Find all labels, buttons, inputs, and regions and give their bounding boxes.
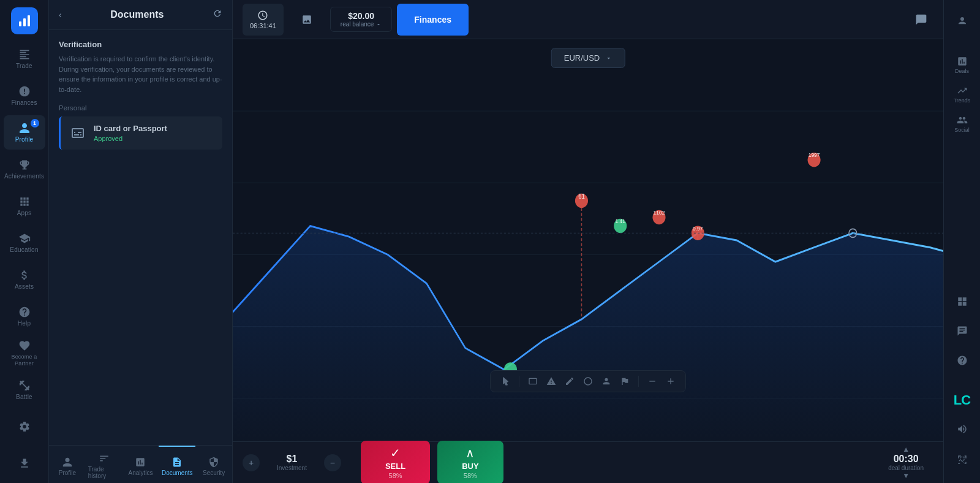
svg-point-24 xyxy=(584,378,592,385)
triangle-tool[interactable] xyxy=(546,376,556,386)
help-button[interactable] xyxy=(949,347,976,374)
doc-status: Approved xyxy=(94,135,167,142)
id-passport-item[interactable]: ID card or Passport Approved xyxy=(59,116,222,150)
bottom-nav-documents[interactable]: Documents xyxy=(159,446,195,483)
logo-button[interactable] xyxy=(11,7,38,34)
sidebar-item-settings[interactable] xyxy=(4,409,45,444)
duration-value: 00:30 xyxy=(894,454,919,465)
doc-info: ID card or Passport Approved xyxy=(94,124,167,142)
chart-tools xyxy=(490,370,686,392)
sidebar-item-battle[interactable]: Battle xyxy=(4,373,45,407)
bottom-nav-profile[interactable]: Profile xyxy=(49,446,86,483)
main-area: 06:31:41 $20.00 real balance Finances EU… xyxy=(233,0,943,483)
panel-header: ‹ Documents xyxy=(49,0,232,30)
svg-text:0.97: 0.97 xyxy=(693,225,703,232)
currency-selector[interactable]: EUR/USD xyxy=(551,48,625,68)
tool-separator-1 xyxy=(519,376,519,387)
sidebar-top: Trade Finances 1 Profile Achievements Ap… xyxy=(0,7,48,407)
sidebar-deals[interactable]: Deals xyxy=(949,51,976,78)
user-avatar[interactable] xyxy=(949,7,976,34)
image-button[interactable] xyxy=(288,4,325,36)
sidebar-label-apps: Apps xyxy=(17,210,32,216)
right-sidebar: Deals Trends Social LC xyxy=(943,0,980,483)
refresh-button[interactable] xyxy=(213,9,222,21)
sidebar-item-education[interactable]: Education xyxy=(4,226,45,260)
sell-label: SELL xyxy=(385,462,405,471)
sidebar-label-education: Education xyxy=(10,246,38,253)
messages-button[interactable] xyxy=(949,318,976,344)
balance-button[interactable]: $20.00 real balance xyxy=(330,7,392,32)
sidebar-item-download[interactable] xyxy=(4,446,45,481)
cursor-tool[interactable] xyxy=(500,376,510,386)
balance-amount: $20.00 xyxy=(341,11,382,21)
investment-amount: $1 xyxy=(287,454,298,465)
bottom-nav-trade-history[interactable]: Trade history xyxy=(86,446,123,483)
investment-increase-button[interactable]: − xyxy=(324,454,341,471)
buy-label: BUY xyxy=(462,462,478,471)
sidebar-item-help[interactable]: Help xyxy=(4,299,45,333)
id-card-icon xyxy=(69,124,86,142)
zoom-out-tool[interactable] xyxy=(647,376,657,386)
svg-text:1.41: 1.41 xyxy=(616,218,625,224)
sell-button[interactable]: ✓ SELL 58% xyxy=(361,441,430,483)
sidebar-label-battle: Battle xyxy=(16,394,32,400)
sell-percentage: 58% xyxy=(389,472,402,479)
personal-section-label: Personal xyxy=(59,104,222,112)
balance-label: real balance xyxy=(341,21,382,28)
circle-tool[interactable] xyxy=(583,376,593,386)
sidebar-trends[interactable]: Trends xyxy=(949,81,976,108)
sidebar-item-trade[interactable]: Trade xyxy=(4,42,45,76)
sidebar-label-partner: Become aPartner xyxy=(11,354,37,367)
sidebar-item-apps[interactable]: Apps xyxy=(4,189,45,223)
profile-badge: 1 xyxy=(31,119,39,127)
duration-up-button[interactable]: ▲ xyxy=(902,445,910,454)
flag-tool[interactable] xyxy=(620,376,630,386)
svg-point-25 xyxy=(960,17,964,21)
trading-bar: + $1 Investment − ✓ SELL 58% ∧ BUY 58% ▲… xyxy=(233,441,943,483)
rect-tool[interactable] xyxy=(528,376,538,386)
pencil-tool[interactable] xyxy=(565,376,575,386)
documents-panel: ‹ Documents Verification Verification is… xyxy=(49,0,233,483)
top-bar: 06:31:41 $20.00 real balance Finances xyxy=(233,0,943,39)
duration-down-button[interactable]: ▼ xyxy=(902,471,910,480)
sidebar-label-trade: Trade xyxy=(16,63,32,69)
timer-button[interactable]: 06:31:41 xyxy=(243,4,284,36)
svg-text:1997: 1997 xyxy=(809,152,820,159)
social-label: Social xyxy=(954,127,970,133)
person-tool[interactable] xyxy=(601,376,611,386)
sidebar-item-finances[interactable]: Finances xyxy=(4,78,45,113)
sidebar-social[interactable]: Social xyxy=(949,110,976,137)
chart-area: EUR/USD xyxy=(233,39,943,441)
sidebar-item-profile[interactable]: 1 Profile xyxy=(4,115,45,150)
svg-rect-1 xyxy=(23,18,26,26)
bottom-nav-analytics[interactable]: Analytics xyxy=(123,446,159,483)
investment-section: $1 Investment xyxy=(267,454,317,471)
buy-button[interactable]: ∧ BUY 58% xyxy=(437,441,503,483)
layout-button[interactable] xyxy=(949,288,976,315)
panel-title: Documents xyxy=(110,9,164,20)
volume-button[interactable] xyxy=(949,416,976,443)
svg-rect-23 xyxy=(529,378,537,384)
bottom-nav-security[interactable]: Security xyxy=(195,446,232,483)
sell-icon: ✓ xyxy=(390,446,401,460)
tool-separator-2 xyxy=(638,376,639,387)
doc-name: ID card or Passport xyxy=(94,124,167,133)
sidebar-label-achievements: Achievements xyxy=(4,173,44,180)
duration-section: ▲ 00:30 deal duration ▼ xyxy=(878,445,933,480)
investment-decrease-button[interactable]: + xyxy=(243,454,260,471)
currency-pair: EUR/USD xyxy=(564,53,600,63)
sidebar-label-finances: Finances xyxy=(11,99,37,106)
svg-rect-2 xyxy=(28,15,30,26)
duration-label: deal duration xyxy=(888,465,924,471)
sidebar-item-achievements[interactable]: Achievements xyxy=(4,152,45,186)
sidebar-item-partner[interactable]: Become aPartner xyxy=(4,336,45,370)
screenshot-button[interactable] xyxy=(949,446,976,473)
sidebar-item-assets[interactable]: Assets xyxy=(4,262,45,297)
bottom-nav-security-label: Security xyxy=(203,470,225,476)
investment-label: Investment xyxy=(277,465,307,471)
panel-body: Verification Verification is required to… xyxy=(49,30,232,445)
chat-button[interactable] xyxy=(909,7,933,32)
finances-button[interactable]: Finances xyxy=(397,4,469,36)
zoom-in-tool[interactable] xyxy=(666,376,676,386)
back-button[interactable]: ‹ xyxy=(59,10,62,20)
